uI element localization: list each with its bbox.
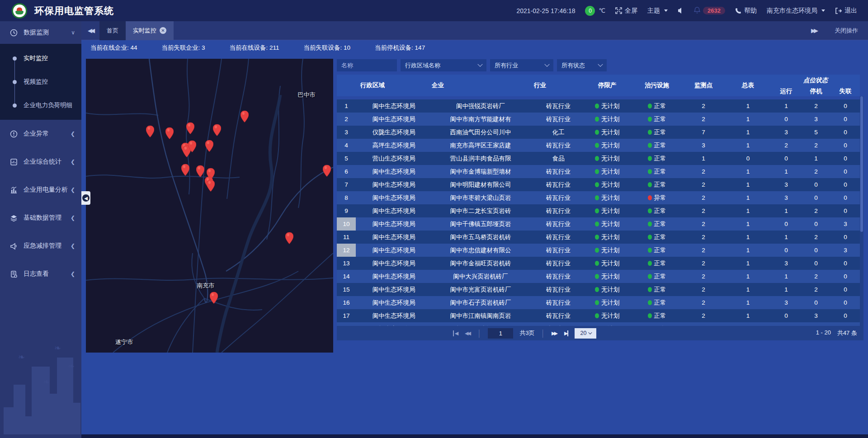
sidebar-item-实时监控[interactable]: 实时监控 — [0, 47, 81, 70]
status-dot-icon — [648, 117, 652, 122]
table-scrollbar[interactable] — [860, 96, 863, 326]
cell-points: 2 — [682, 244, 725, 257]
table-row[interactable]: 12阆中生态环境局阆中市忠信建材有限公砖瓦行业无计划正常21003 — [337, 244, 860, 257]
table-row[interactable]: 8阆中生态环境局阆中市枣碧大梁山页岩砖瓦行业无计划异常21300 — [337, 191, 860, 204]
name-filter-input[interactable] — [337, 59, 397, 71]
org-menu[interactable]: 南充市生态环境局 — [767, 7, 825, 15]
table-row[interactable]: 10阆中生态环境局阆中千佛镇五郎垭页岩砖瓦行业无计划正常21003 — [337, 217, 860, 231]
map-marker-icon[interactable] — [241, 110, 249, 122]
sidebar-group-数据监测[interactable]: 数据监测∨ — [0, 21, 81, 44]
theme-menu[interactable]: 主题 — [647, 7, 668, 15]
cell-region: 仪陇生态环境局 — [356, 126, 427, 139]
status-dot-icon — [648, 143, 652, 148]
cell-industry: 食品 — [529, 152, 583, 165]
tab-scroll-left-icon[interactable]: ◀◀ — [81, 27, 99, 34]
table-row[interactable]: 6阆中生态环境局阆中市金博瑞新型墙材砖瓦行业无计划正常21120 — [337, 165, 860, 178]
page-size-select[interactable]: 20 — [575, 328, 596, 339]
industry-filter-select[interactable]: 所有行业 — [490, 59, 553, 71]
map-marker-icon[interactable] — [165, 127, 174, 139]
tab-实时监控[interactable]: 实时监控✕ — [126, 21, 174, 40]
cell-index: 17 — [337, 309, 356, 322]
cell-running: 1 — [771, 231, 801, 244]
close-operations-button[interactable]: 关闭操作 — [835, 27, 858, 35]
map-marker-icon[interactable] — [188, 141, 196, 152]
tab-close-icon[interactable]: ✕ — [160, 27, 166, 34]
sidebar-item-视频监控[interactable]: 视频监控 — [0, 70, 81, 94]
prev-page-icon[interactable]: ◀◀ — [465, 330, 471, 336]
table-row[interactable]: 16阆中生态环境局阆中市石子页岩机砖厂砖瓦行业无计划正常21300 — [337, 296, 860, 309]
status-dot-icon — [595, 156, 599, 161]
map-marker-icon[interactable] — [196, 165, 204, 177]
map-marker-icon[interactable] — [181, 164, 189, 176]
sidebar-group-企业用电量分析[interactable]: 企业用电量分析❮ — [0, 176, 81, 204]
sound-button[interactable] — [678, 8, 684, 14]
cell-points: 2 — [682, 204, 725, 217]
table-row[interactable]: 1阆中生态环境局阆中强锐页岩砖厂砖瓦行业无计划正常21120 — [337, 99, 860, 113]
map-marker-icon[interactable] — [213, 124, 221, 136]
map-marker-icon[interactable] — [210, 292, 218, 303]
table-row[interactable]: 7阆中生态环境局阆中明阳建材有限公司砖瓦行业无计划正常21300 — [337, 178, 860, 191]
page-number-input[interactable] — [488, 328, 513, 339]
table-row[interactable]: 14阆中生态环境局阆中大兴页岩机砖厂砖瓦行业无计划正常21120 — [337, 270, 860, 283]
map-marker-icon[interactable] — [285, 232, 293, 244]
tab-首页[interactable]: 首页 — [99, 21, 126, 40]
tab-scroll-right-icon[interactable]: ▶▶ — [805, 27, 823, 34]
logout-button[interactable]: 退出 — [835, 7, 857, 15]
sidebar-group-应急减排管理[interactable]: 应急减排管理❮ — [0, 232, 81, 260]
notification-count-badge: 2632 — [703, 7, 725, 14]
map-marker-icon[interactable] — [207, 180, 215, 192]
table-row[interactable]: 5营山生态环境局营山县润丰肉食品有限食品无计划正常10010 — [337, 152, 860, 165]
cell-index: 8 — [337, 191, 356, 204]
help-button[interactable]: 帮助 — [735, 7, 757, 15]
cell-company: 阆中明阳建材有限公司 — [427, 178, 529, 191]
cell-facility-status: 正常 — [632, 270, 682, 283]
cell-limit-status: 无计划 — [583, 309, 632, 322]
cell-stopped: 2 — [801, 283, 831, 296]
filter-bar: 行政区域名称 所有行业 所有状态 — [337, 59, 863, 71]
table-row[interactable]: 3仪陇生态环境局西南油气田分公司川中化工无计划正常71350 — [337, 126, 860, 139]
last-page-icon[interactable]: ▶ — [564, 330, 568, 336]
table-row[interactable]: 11阆中生态环境局阆中市五马桥页岩机砖砖瓦行业无计划正常21120 — [337, 231, 860, 244]
status-dot-icon — [648, 195, 652, 200]
table-row[interactable]: 9阆中生态环境局阆中市二龙长宝页岩砖砖瓦行业无计划正常21120 — [337, 204, 860, 217]
status-filter-select[interactable]: 所有状态 — [557, 59, 607, 71]
city-label-南充市: 南充市 — [197, 282, 214, 290]
cell-limit-status: 无计划 — [583, 152, 632, 165]
col-企业: 企业 — [427, 75, 529, 96]
fullscreen-button[interactable]: 全屏 — [615, 7, 637, 15]
cell-facility-status: 正常 — [632, 322, 682, 326]
region-filter-select[interactable]: 行政区域名称 — [401, 59, 486, 71]
notification-widget[interactable]: 2632 — [694, 7, 725, 15]
sidebar-group-企业异常[interactable]: 企业异常❮ — [0, 120, 81, 148]
sidebar-item-企业电力负荷明细[interactable]: 企业电力负荷明细 — [0, 94, 81, 117]
chevron-down-icon — [477, 61, 482, 66]
stats-bar: 当前在线企业: 44当前失联企业: 3当前在线设备: 211当前失联设备: 10… — [81, 40, 868, 56]
sidebar-group-企业综合统计[interactable]: 企业综合统计❮ — [0, 148, 81, 176]
table-row[interactable]: 2阆中生态环境局阆中市南方节能建材有砖瓦行业无计划正常21030 — [337, 113, 860, 126]
sidebar-group-日志查看[interactable]: 日志查看❮ — [0, 260, 81, 288]
next-page-icon[interactable]: ▶▶ — [552, 330, 558, 336]
table-row[interactable]: 15阆中生态环境局阆中市光富页岩机砖厂砖瓦行业无计划正常21120 — [337, 283, 860, 296]
first-page-icon[interactable]: ◀ — [453, 330, 458, 336]
table-row[interactable]: 4高坪生态环境局南充市高坪区王家店建砖瓦行业无计划正常31220 — [337, 139, 860, 152]
status-dot-icon — [595, 169, 599, 174]
scrollbar-thumb[interactable] — [860, 96, 863, 232]
status-dot-icon — [648, 104, 652, 108]
sidebar-group-基础数据管理[interactable]: 基础数据管理❮ — [0, 204, 81, 232]
sidebar-collapse-button[interactable]: ◀ — [81, 191, 90, 205]
map-marker-icon[interactable] — [146, 126, 154, 137]
map-marker-icon[interactable] — [323, 165, 331, 177]
table-row[interactable]: 17阆中生态环境局阆中市江南镇阆南页岩砖瓦行业无计划正常21030 — [337, 309, 860, 322]
map-panel[interactable]: 巴中市南充市遂宁市 — [86, 59, 333, 353]
cell-facility-status: 正常 — [632, 296, 682, 309]
butterfly-decoration: ❧ — [43, 377, 50, 387]
skyline-building — [71, 403, 80, 434]
col-行政区域: 行政区域 — [356, 75, 427, 96]
table-row[interactable]: 13阆中生态环境局阆中市金福旺页岩机砖砖瓦行业无计划正常21300 — [337, 257, 860, 270]
table-row[interactable]: 18南部生态环境局南部县砌华水泥有限公建材加工无计划正常60060 — [337, 322, 860, 326]
map-marker-icon[interactable] — [186, 122, 194, 134]
status-dot-icon — [648, 130, 652, 135]
stat-当前停机设备: 当前停机设备: 147 — [375, 44, 425, 52]
map-marker-icon[interactable] — [205, 140, 213, 151]
page-size-value: 20 — [580, 330, 586, 336]
